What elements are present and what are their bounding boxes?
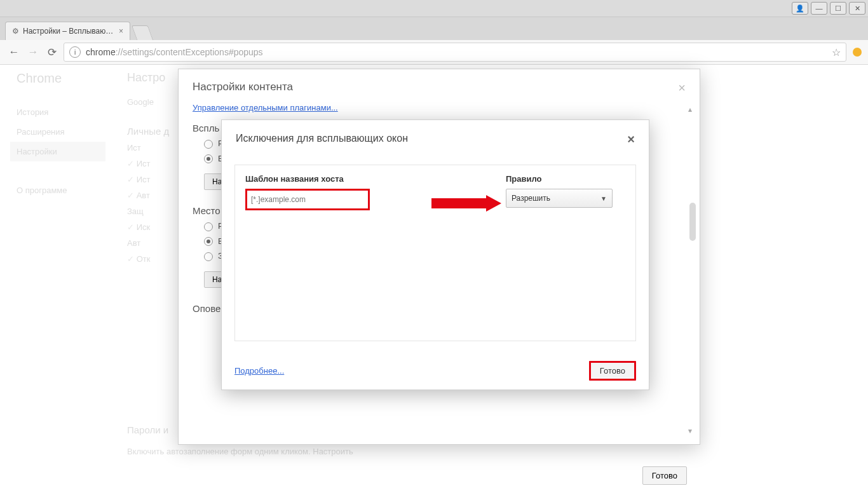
settings-sidebar: Chrome История Расширения Настройки О пр…: [17, 71, 105, 200]
chrome-brand: Chrome: [17, 71, 105, 86]
popup-exceptions-dialog: Исключения для всплывающих окон × Шаблон…: [221, 119, 649, 390]
reload-button[interactable]: ⟳: [44, 44, 60, 60]
exceptions-title: Исключения для всплывающих окон: [236, 133, 408, 144]
exceptions-done-button[interactable]: Готово: [589, 361, 636, 381]
sidebar-item-settings[interactable]: Настройки: [10, 142, 105, 161]
bookmark-star-icon[interactable]: ☆: [832, 46, 841, 58]
close-tab-icon[interactable]: ×: [119, 27, 123, 36]
scroll-up-icon[interactable]: ▴: [688, 105, 697, 114]
rule-select-value: Разрешить: [512, 194, 550, 203]
tab-strip: ⚙ Настройки – Всплывающи ×: [0, 17, 868, 40]
host-pattern-input[interactable]: [245, 189, 370, 210]
host-column-header: Шаблон названия хоста: [245, 174, 493, 184]
window-titlebar: 👤 — ☐ ✕: [0, 0, 868, 17]
close-window-button[interactable]: ✕: [849, 2, 865, 15]
browser-tab[interactable]: ⚙ Настройки – Всплывающи ×: [5, 22, 130, 40]
rule-column-header: Правило: [506, 174, 625, 184]
address-bar[interactable]: i chrome://settings/contentExceptions#po…: [64, 43, 846, 62]
tab-title: Настройки – Всплывающи: [23, 27, 114, 36]
url-text: chrome://settings/contentExceptions#popu…: [86, 47, 263, 57]
content-settings-title: Настройки контента: [193, 81, 293, 95]
content-settings-done-button[interactable]: Готово: [642, 466, 687, 485]
manage-plugins-link[interactable]: Управление отдельными плагинами...: [193, 103, 686, 112]
user-button[interactable]: 👤: [792, 2, 808, 15]
extension-icon[interactable]: [853, 48, 862, 57]
scroll-down-icon[interactable]: ▾: [688, 426, 697, 435]
new-tab-button[interactable]: [132, 25, 153, 40]
learn-more-link[interactable]: Подробнее...: [234, 366, 284, 376]
page-title: Настро: [127, 71, 169, 85]
sidebar-item-about[interactable]: О программе: [17, 180, 105, 200]
site-info-icon[interactable]: i: [69, 46, 81, 58]
rule-select[interactable]: Разрешить ▼: [506, 189, 613, 208]
annotation-arrow: [431, 195, 501, 212]
exceptions-table: Шаблон названия хоста Правило Разрешить …: [234, 165, 636, 341]
minimize-button[interactable]: —: [811, 2, 827, 15]
scrollbar-thumb[interactable]: [689, 203, 696, 241]
back-button[interactable]: ←: [6, 44, 22, 60]
gear-icon: ⚙: [12, 27, 19, 36]
close-icon[interactable]: ×: [627, 133, 635, 146]
forward-button[interactable]: →: [25, 44, 41, 60]
settings-content: Настро Google Личные д Ист Ист Ист Авт З…: [127, 71, 169, 270]
close-icon[interactable]: ×: [678, 81, 686, 95]
sidebar-item-history[interactable]: История: [17, 102, 105, 122]
chevron-down-icon: ▼: [600, 195, 607, 202]
maximize-button[interactable]: ☐: [830, 2, 846, 15]
sidebar-item-extensions[interactable]: Расширения: [17, 122, 105, 142]
toolbar: ← → ⟳ i chrome://settings/contentExcepti…: [0, 40, 868, 65]
